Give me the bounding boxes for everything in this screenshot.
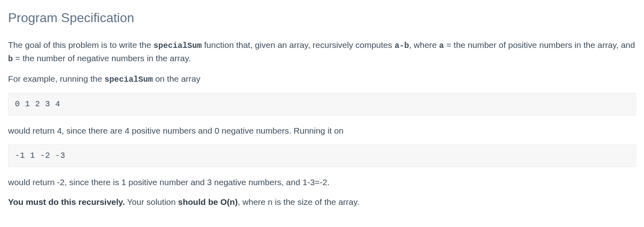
paragraph-example-1-result: would return 4, since there are 4 positi… (8, 124, 636, 137)
text: = the number of positive numbers in the … (444, 40, 635, 50)
code-block-example-2: -1 1 -2 -3 (8, 144, 636, 167)
text: function that, given an array, recursive… (202, 40, 395, 50)
code-a: a (439, 41, 444, 50)
paragraph-requirement: You must do this recursively. Your solut… (8, 196, 636, 208)
paragraph-example-intro: For example, running the specialSum on t… (8, 72, 636, 86)
text: , where (409, 40, 439, 50)
text: on the array (153, 74, 200, 83)
paragraph-intro: The goal of this problem is to write the… (8, 39, 636, 65)
code-specialsum: specialSum (154, 41, 202, 50)
section-heading: Program Specification (8, 8, 636, 27)
text: , where n is the size of the array. (238, 197, 359, 206)
paragraph-example-2-result: would return -2, since there is 1 positi… (8, 176, 636, 189)
code-a-minus-b: a-b (395, 41, 409, 50)
text: The goal of this problem is to write the (8, 40, 154, 50)
strong-recursive: You must do this recursively. (8, 197, 125, 206)
code-block-example-1: 0 1 2 3 4 (8, 93, 636, 116)
text: = the number of negative numbers in the … (13, 54, 191, 63)
text: Your solution (125, 197, 178, 206)
text: For example, running the (8, 74, 104, 83)
code-specialsum: specialSum (104, 75, 153, 84)
strong-complexity: should be O(n) (178, 197, 238, 206)
code-b: b (8, 54, 13, 64)
